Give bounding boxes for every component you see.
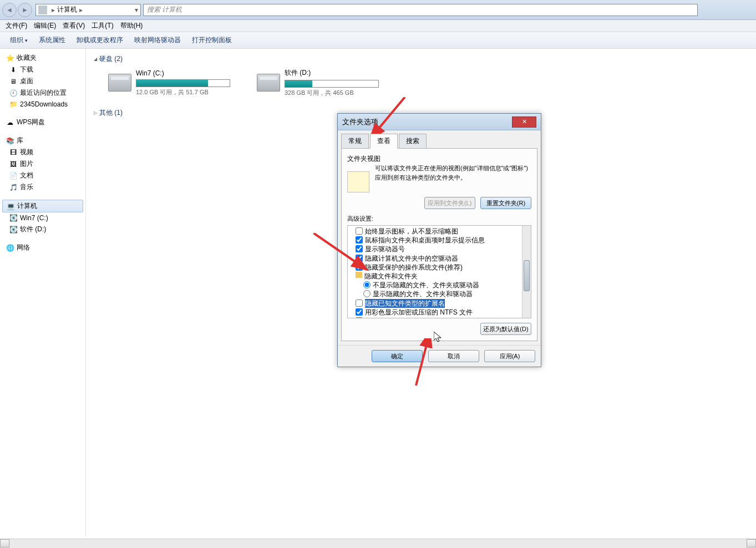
nav-back-button[interactable]: ◄ <box>2 3 17 17</box>
menu-bar: 文件(F) 编辑(E) 查看(V) 工具(T) 帮助(H) <box>0 20 756 32</box>
menu-edit[interactable]: 编辑(E) <box>31 20 59 32</box>
sidebar-label: 文档 <box>20 171 33 180</box>
checkbox[interactable] <box>356 263 363 271</box>
apply-button[interactable]: 应用(A) <box>484 350 535 362</box>
sidebar-label: WPS网盘 <box>17 118 45 127</box>
checkbox[interactable] <box>356 236 363 243</box>
checkbox[interactable] <box>356 308 363 316</box>
radio[interactable] <box>363 281 371 288</box>
drive-item[interactable]: Win7 (C:)12.0 GB 可用，共 51.7 GB <box>108 68 230 97</box>
adv-option[interactable]: 不显示隐藏的文件、文件夹或驱动器 <box>350 281 529 290</box>
menu-view[interactable]: 查看(V) <box>59 20 88 32</box>
sidebar-pictures[interactable]: 🖼图片 <box>0 158 85 170</box>
adv-option[interactable]: 始终显示图标，从不显示缩略图 <box>350 227 529 236</box>
tab-general[interactable]: 常规 <box>341 134 369 149</box>
menu-tools[interactable]: 工具(T) <box>88 20 116 32</box>
nav-forward-button[interactable]: ► <box>18 3 32 17</box>
computer-icon <box>38 6 47 14</box>
sidebar-label: 视频 <box>20 148 33 157</box>
drive-item[interactable]: 软件 (D:)328 GB 可用，共 465 GB <box>257 68 379 97</box>
menu-file[interactable]: 文件(F) <box>2 20 31 32</box>
scrollbar-horizontal[interactable] <box>0 539 756 548</box>
sidebar-label: 桌面 <box>20 77 33 86</box>
toolbar-organize[interactable]: 组织 <box>4 33 33 47</box>
dialog-titlebar[interactable]: 文件夹选项 ✕ <box>338 114 541 130</box>
adv-option[interactable]: 显示隐藏的文件、文件夹和驱动器 <box>350 290 529 298</box>
sidebar-wps[interactable]: ☁WPS网盘 <box>0 116 85 128</box>
adv-option[interactable]: 鼠标指向文件夹和桌面项时显示提示信息 <box>350 236 529 245</box>
option-label: 始终显示图标，从不显示缩略图 <box>365 227 458 236</box>
address-dropdown[interactable]: ▾ <box>135 6 138 14</box>
checkbox[interactable] <box>356 227 363 235</box>
sidebar-drive-c[interactable]: 💽Win7 (C:) <box>0 212 85 224</box>
sidebar-desktop[interactable]: 🖥桌面 <box>0 75 85 87</box>
drive-icon <box>257 74 280 92</box>
sidebar-label: 最近访问的位置 <box>20 88 67 98</box>
drive-icon: 💽 <box>9 214 18 222</box>
sidebar-label: 2345Downloads <box>20 100 68 108</box>
breadcrumb-sep: ▸ <box>52 6 55 14</box>
toolbar-sysprops[interactable]: 系统属性 <box>33 33 71 47</box>
sidebar-downloads[interactable]: ⬇下载 <box>0 64 85 75</box>
ok-button[interactable]: 确定 <box>372 350 423 362</box>
sidebar-label: 图片 <box>20 159 33 169</box>
group-hdd[interactable]: 硬盘 (2) <box>94 54 748 64</box>
checkbox[interactable] <box>356 300 363 307</box>
library-icon: 📚 <box>6 136 14 145</box>
sidebar-documents[interactable]: 📄文档 <box>0 170 85 181</box>
toolbar-uninstall[interactable]: 卸载或更改程序 <box>71 33 129 47</box>
adv-option[interactable]: 用彩色显示加密或压缩的 NTFS 文件 <box>350 308 529 317</box>
checkbox[interactable] <box>356 317 363 318</box>
desktop-icon: 🖥 <box>9 77 18 86</box>
tab-view[interactable]: 查看 <box>370 134 398 149</box>
adv-option[interactable]: 在标题栏显示完整路径(仅限经典主题) <box>350 317 529 318</box>
adv-option[interactable]: 隐藏受保护的操作系统文件(推荐) <box>350 263 529 272</box>
adv-option[interactable]: 隐藏计算机文件夹中的空驱动器 <box>350 254 529 263</box>
cancel-button[interactable]: 取消 <box>428 350 479 362</box>
toolbar-mapnet[interactable]: 映射网络驱动器 <box>129 33 186 47</box>
option-label: 隐藏计算机文件夹中的空驱动器 <box>365 254 458 263</box>
checkbox[interactable] <box>356 245 363 252</box>
scrollbar-thumb[interactable] <box>524 260 530 291</box>
document-icon: 📄 <box>9 171 18 180</box>
close-button[interactable]: ✕ <box>512 116 536 128</box>
dialog-title: 文件夹选项 <box>342 117 512 127</box>
sidebar-libraries[interactable]: 📚库 <box>0 135 85 146</box>
checkbox[interactable] <box>356 255 363 262</box>
toolbar-ctrlpanel[interactable]: 打开控制面板 <box>186 33 237 47</box>
drive-capacity-bar <box>285 80 379 88</box>
network-icon: 🌐 <box>6 243 14 252</box>
music-icon: 🎵 <box>9 183 18 192</box>
scroll-left-button[interactable] <box>0 539 9 547</box>
sidebar-drive-d[interactable]: 💽软件 (D:) <box>0 224 85 235</box>
sidebar-recent[interactable]: 🕘最近访问的位置 <box>0 87 85 99</box>
sidebar-favorites[interactable]: ⭐收藏夹 <box>0 52 85 64</box>
sidebar-network[interactable]: 🌐网络 <box>0 242 85 253</box>
video-icon: 🎞 <box>9 148 18 157</box>
sidebar-music[interactable]: 🎵音乐 <box>0 181 85 193</box>
reset-folders-button[interactable]: 重置文件夹(R) <box>480 197 531 209</box>
scroll-right-button[interactable] <box>747 539 756 547</box>
advanced-settings-list[interactable]: 始终显示图标，从不显示缩略图鼠标指向文件夹和桌面项时显示提示信息显示驱动器号隐藏… <box>347 225 531 318</box>
adv-group: 隐藏文件和文件夹 <box>350 272 529 281</box>
drive-icon: 💽 <box>9 225 18 234</box>
drive-name: Win7 (C:) <box>136 69 230 77</box>
restore-defaults-button[interactable]: 还原为默认值(D) <box>480 323 531 335</box>
option-label: 不显示隐藏的文件、文件夹或驱动器 <box>373 281 479 290</box>
breadcrumb-location[interactable]: 计算机 <box>57 5 77 14</box>
search-input[interactable]: 搜索 计算机 <box>143 4 698 16</box>
address-field[interactable]: ▸ 计算机 ▸ ▾ <box>35 4 141 16</box>
sidebar-2345[interactable]: 📁2345Downloads <box>0 99 85 110</box>
radio[interactable] <box>363 290 371 297</box>
sidebar-computer[interactable]: 💻计算机 <box>2 200 83 212</box>
adv-option[interactable]: 显示驱动器号 <box>350 245 529 253</box>
folder-options-dialog: 文件夹选项 ✕ 常规 查看 搜索 文件夹视图 可以将该文件夹正在使用的视图(例如… <box>337 113 541 367</box>
sidebar-videos[interactable]: 🎞视频 <box>0 146 85 158</box>
menu-help[interactable]: 帮助(H) <box>117 20 146 32</box>
adv-option[interactable]: 隐藏已知文件类型的扩展名 <box>350 299 529 308</box>
option-label: 显示驱动器号 <box>365 245 405 253</box>
apply-to-folders-button[interactable]: 应用到文件夹(L) <box>424 197 475 209</box>
tab-body: 文件夹视图 可以将该文件夹正在使用的视图(例如"详细信息"或"图标")应用到所有… <box>341 148 537 341</box>
scrollbar[interactable] <box>522 226 531 318</box>
tab-search[interactable]: 搜索 <box>399 134 427 149</box>
